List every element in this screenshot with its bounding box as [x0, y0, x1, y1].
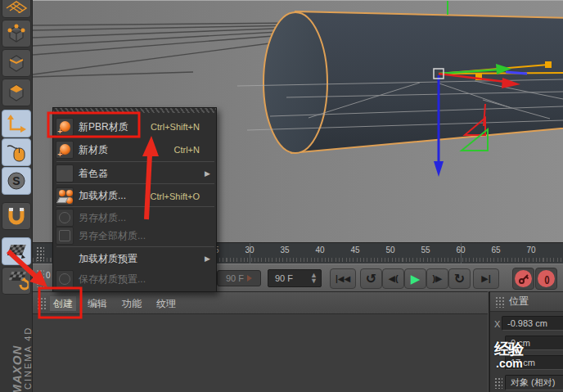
coordinates-panel: 位置 X -0.983 cm 0 cm 17 cm 对象 (相对) [489, 291, 563, 392]
mode-toolbar: S MAXON CINEMA 4D [0, 0, 33, 392]
menu-item-save-material-preset[interactable]: 保存材质预置... [53, 269, 216, 289]
load-preset-icon [56, 250, 74, 268]
coordinates-header: 位置 [490, 292, 563, 312]
coordinates-title: 位置 [509, 295, 529, 309]
menu-separator [56, 183, 214, 184]
axis-mode-icon[interactable] [2, 110, 31, 137]
next-frame-button[interactable]: )▶ [426, 268, 448, 289]
coordinates-grip[interactable] [495, 296, 505, 308]
material-menubar-grip[interactable] [37, 297, 47, 310]
autokey-button[interactable]: ( ) [535, 268, 557, 290]
timeline-grip[interactable] [36, 246, 44, 261]
svg-text:S: S [12, 174, 20, 187]
prev-key-button[interactable]: ↺ [360, 268, 382, 289]
menu-item-load-material[interactable]: 加载材质... Ctrl+Shift+O [53, 186, 216, 206]
frame-zero-label: 0 [46, 271, 51, 280]
menu-item-shader[interactable]: 着色器 ▶ [53, 164, 216, 183]
coordinate-mode-dropdown[interactable]: 对象 (相对) [505, 375, 563, 390]
new-material-icon: + [56, 141, 74, 159]
magnet-icon[interactable] [2, 202, 31, 230]
position-x-field[interactable]: -0.983 cm [502, 316, 563, 331]
save-material-icon [56, 209, 74, 227]
material-manager-panel: 创建 编辑 功能 纹理 [33, 291, 488, 392]
position-y-field[interactable]: 0 cm [505, 336, 563, 350]
current-frame-field[interactable]: 90 F ▲▼ [268, 269, 322, 287]
position-z-field[interactable]: 17 cm [505, 355, 563, 370]
timeline-tick-label: 55 [413, 246, 438, 255]
menu-tearoff-strip[interactable] [53, 108, 216, 113]
range-arrow-icon [247, 275, 252, 282]
timeline-tick-label: 40 [308, 246, 332, 255]
load-material-icon [56, 187, 74, 205]
menu-edit[interactable]: 编辑 [84, 296, 110, 311]
menu-item-save-all-materials[interactable]: 另存全部材质... [53, 227, 216, 245]
shader-icon [56, 164, 74, 182]
save-all-materials-icon [56, 227, 74, 245]
timeline-tick-label: 45 [343, 246, 367, 255]
playbar-grip[interactable] [36, 269, 44, 287]
timeline-tick-label: 65 [484, 246, 508, 255]
menu-texture[interactable]: 纹理 [153, 296, 179, 311]
prev-frame-button[interactable]: ◀( [382, 268, 404, 289]
record-keyframe-button[interactable] [512, 268, 534, 290]
create-material-context-menu: + 新PBR材质 Ctrl+Shift+N + 新材质 Ctrl+N 着色器 ▶… [52, 107, 217, 292]
menu-separator [56, 246, 214, 247]
play-button[interactable]: ▶ [404, 268, 426, 289]
timeline-tick-label: 50 [378, 246, 403, 255]
submenu-arrow-icon: ▶ [205, 169, 210, 178]
workplane-icon[interactable] [2, 237, 31, 265]
polygons-mode-icon[interactable] [2, 79, 31, 106]
menu-separator [56, 206, 214, 207]
record-key-icon [515, 270, 532, 287]
new-pbr-material-icon: + [56, 118, 74, 136]
timeline-tick-label: 70 [519, 246, 543, 255]
next-key-button[interactable]: ↻ [448, 268, 471, 289]
range-end-button[interactable]: 90 F [217, 270, 261, 286]
maxon-logo: MAXON CINEMA 4D [3, 300, 31, 391]
x-axis-label: X [494, 319, 500, 329]
menu-create[interactable]: 创建 [50, 296, 76, 311]
points-mode-icon[interactable] [2, 20, 31, 47]
cinema4d-window: 25 30 35 40 45 50 55 60 65 70 0 90 F 90 … [0, 0, 563, 392]
horizon-grid-lines [33, 23, 296, 77]
spinner-arrows-icon[interactable]: ▲▼ [310, 273, 318, 284]
menu-function[interactable]: 功能 [119, 296, 145, 311]
menu-item-load-material-preset[interactable]: 加载材质预置 ▶ [53, 249, 216, 268]
menu-item-save-material[interactable]: 另存材质... [53, 209, 216, 227]
save-preset-icon [56, 270, 74, 288]
menu-item-new-material[interactable]: + 新材质 Ctrl+N [53, 139, 216, 160]
timeline-tick-label: 60 [448, 246, 473, 255]
model-grid-icon[interactable] [2, 0, 31, 18]
timeline-tick-label: 30 [237, 246, 262, 255]
timeline-tick-label: 35 [272, 246, 297, 255]
autokey-icon: ( ) [538, 270, 555, 287]
viewport-mouse-icon[interactable] [2, 138, 31, 166]
edges-mode-icon[interactable] [2, 49, 31, 77]
goto-start-button[interactable]: |◀◀ [330, 268, 356, 289]
menu-item-new-pbr-material[interactable]: + 新PBR材质 Ctrl+Shift+N [53, 115, 216, 138]
snap-icon[interactable]: S [2, 167, 31, 195]
goto-end-button[interactable]: ▶| [473, 268, 499, 289]
material-manager-menubar: 创建 编辑 功能 纹理 [33, 292, 488, 314]
menu-separator [56, 161, 214, 162]
mode-row-grip[interactable] [494, 377, 502, 389]
submenu-arrow-icon: ▶ [205, 255, 210, 263]
workplane-interactive-icon[interactable] [2, 267, 31, 295]
